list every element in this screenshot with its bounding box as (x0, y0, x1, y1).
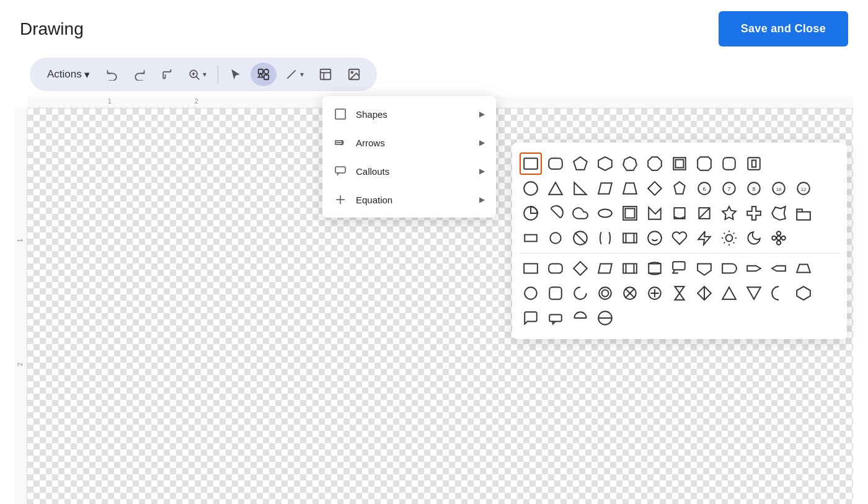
svg-point-12 (351, 71, 353, 73)
shape-flow-arrow-right[interactable] (743, 257, 765, 280)
svg-rect-102 (524, 263, 538, 273)
redo-button[interactable] (127, 63, 152, 86)
shape-flow-half-circle[interactable] (569, 307, 591, 329)
shape-flow-process[interactable] (520, 257, 542, 280)
shape-rect-outline[interactable] (743, 153, 765, 175)
shape-triangle[interactable] (544, 177, 567, 200)
shape-circle-12[interactable]: 12 (792, 177, 815, 200)
shape-brace[interactable] (594, 227, 616, 249)
shape-slash[interactable] (693, 202, 715, 224)
shape-predefined-process[interactable] (619, 227, 641, 249)
shape-flow-plus[interactable] (644, 282, 666, 304)
dropdown-item-equation[interactable]: Equation ▶ (322, 185, 496, 214)
shape-circle-6[interactable]: 6 (693, 177, 715, 200)
svg-text:7: 7 (728, 186, 731, 192)
format-paint-button[interactable] (154, 63, 179, 86)
shape-cross[interactable] (743, 202, 765, 224)
shape-tab[interactable] (792, 202, 815, 224)
shape-flow-left-arrow[interactable] (768, 257, 790, 280)
shape-rect2[interactable] (520, 227, 542, 249)
dropdown-item-shapes[interactable]: Shapes ▶ (322, 100, 496, 128)
image-button[interactable] (341, 63, 367, 86)
shape-sun[interactable] (718, 227, 740, 249)
line-button[interactable]: ▾ (279, 63, 310, 86)
shape-pentagon[interactable] (569, 153, 591, 175)
shape-circle2[interactable] (544, 227, 567, 249)
shape-flow-speech[interactable] (520, 307, 542, 329)
undo-button[interactable] (100, 63, 125, 86)
shape-circle-7[interactable]: 7 (718, 177, 740, 200)
shape-heart[interactable] (668, 227, 691, 249)
shape-heptagon[interactable] (619, 153, 641, 175)
shape-flow-triangle-down[interactable] (743, 282, 765, 304)
shape-flow-circle2[interactable] (544, 282, 567, 304)
shape-flow-rect-narrow[interactable] (792, 282, 815, 304)
svg-point-88 (726, 235, 733, 242)
shape-flow-round-rect[interactable] (544, 257, 567, 280)
svg-marker-46 (574, 157, 587, 170)
callouts-menu-label: Callouts (356, 166, 471, 177)
shape-chord[interactable] (544, 202, 567, 224)
svg-point-97 (777, 236, 781, 241)
select-button[interactable] (223, 63, 248, 86)
shape-irregular[interactable] (768, 202, 790, 224)
shape-smiley[interactable] (644, 227, 666, 249)
shape-rectangle[interactable] (520, 153, 542, 175)
shape-flow-parallelogram[interactable] (594, 257, 616, 280)
shape-right-triangle[interactable] (569, 177, 591, 200)
shape-flow-offpage[interactable] (693, 257, 715, 280)
shape-flow-half-oval[interactable] (594, 307, 616, 329)
shape-flow-data[interactable] (644, 257, 666, 280)
shape-flow-crescent[interactable] (768, 282, 790, 304)
shapes-button[interactable] (250, 63, 277, 86)
shape-flow-trapezoid[interactable] (792, 257, 815, 280)
shape-flow-circle3[interactable] (569, 282, 591, 304)
shape-pie[interactable] (520, 202, 542, 224)
shape-flow-speech2[interactable] (544, 307, 567, 329)
shape-round-corners[interactable] (718, 153, 740, 175)
shape-flow-delay[interactable] (718, 257, 740, 280)
shape-pentagon2[interactable] (668, 177, 691, 200)
svg-marker-111 (747, 266, 761, 272)
shape-isosceles-trapezoid[interactable] (619, 177, 641, 200)
shape-bevel-rect[interactable] (668, 153, 691, 175)
actions-button[interactable]: Actions ▾ (40, 63, 97, 86)
shape-flow-circle[interactable] (520, 282, 542, 304)
shape-diamond[interactable] (644, 177, 666, 200)
shape-flow-triangle-up[interactable] (718, 282, 740, 304)
shape-right-angle[interactable] (644, 202, 666, 224)
shape-moon[interactable] (743, 227, 765, 249)
shape-star-rough[interactable] (718, 202, 740, 224)
shape-cloud[interactable] (569, 202, 591, 224)
shape-flow-x[interactable] (619, 282, 641, 304)
shape-flow-hourglass[interactable] (668, 282, 691, 304)
shape-rounded-rect[interactable] (544, 153, 567, 175)
shape-flower[interactable] (768, 227, 790, 249)
shape-flow-predefined[interactable] (619, 257, 641, 280)
shape-circle[interactable] (520, 177, 542, 200)
dropdown-item-callouts[interactable]: Callouts ▶ (322, 157, 496, 185)
text-box-button[interactable] (312, 63, 339, 86)
shape-flow-circle4[interactable] (594, 282, 616, 304)
shape-lightning[interactable] (693, 227, 715, 249)
shape-circle-10[interactable]: 10 (768, 177, 790, 200)
shape-chamfer-rect[interactable] (693, 153, 715, 175)
dropdown-item-arrows[interactable]: Arrows ▶ (322, 128, 496, 157)
shape-document[interactable] (668, 202, 691, 224)
shape-frame[interactable] (619, 202, 641, 224)
shape-circle-8[interactable]: 8 (743, 177, 765, 200)
shape-hexagon[interactable] (594, 153, 616, 175)
shape-oval[interactable] (594, 202, 616, 224)
shape-flow-callout[interactable] (668, 257, 691, 280)
image-icon (347, 68, 361, 81)
shape-no-entry[interactable] (569, 227, 591, 249)
save-close-button[interactable]: Save and Close (719, 11, 848, 46)
shape-octagon[interactable] (644, 153, 666, 175)
shape-flow-diamond[interactable] (569, 257, 591, 280)
shape-parallelogram[interactable] (594, 177, 616, 200)
svg-text:12: 12 (801, 187, 806, 192)
zoom-button[interactable]: ▾ (182, 63, 213, 86)
shape-row-7 (520, 307, 839, 329)
shape-flow-diamond2[interactable] (693, 282, 715, 304)
arrows-menu-arrow: ▶ (479, 138, 485, 147)
